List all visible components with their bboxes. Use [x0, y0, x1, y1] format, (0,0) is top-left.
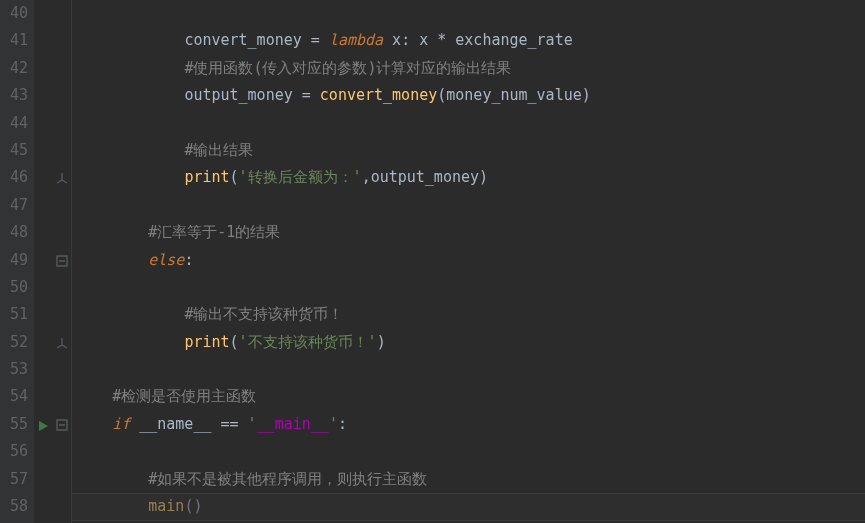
code-token: convert_money [320, 86, 437, 104]
code-line[interactable]: main() [76, 493, 865, 520]
code-line[interactable]: #输出结果 [76, 137, 865, 164]
code-token: #如果不是被其他程序调用，则执行主函数 [148, 470, 427, 488]
line-number: 55 [0, 411, 28, 438]
line-number: 41 [0, 27, 28, 54]
code-token: ' [329, 415, 338, 433]
code-editor[interactable]: 40414243444546474849505152535455565758 c… [0, 0, 865, 523]
code-token: ( [230, 333, 239, 351]
fold-end-icon[interactable] [56, 337, 68, 349]
code-token: = [311, 31, 329, 49]
code-token: #检测是否使用主函数 [112, 387, 256, 405]
line-number: 50 [0, 274, 28, 301]
fold-start-icon[interactable] [56, 419, 68, 431]
line-number: 42 [0, 55, 28, 82]
code-token: == [221, 415, 248, 433]
code-line[interactable] [76, 356, 865, 383]
code-line[interactable]: if __name__ == '__main__': [76, 411, 865, 438]
code-token: '不支持该种货币！' [239, 333, 377, 351]
line-number: 53 [0, 356, 28, 383]
code-token: , [362, 168, 371, 186]
line-number: 52 [0, 329, 28, 356]
code-line[interactable] [76, 110, 865, 137]
code-line[interactable] [76, 274, 865, 301]
line-number: 47 [0, 192, 28, 219]
code-line[interactable]: output_money = convert_money(money_num_v… [76, 82, 865, 109]
code-area[interactable]: convert_money = lambda x: x * exchange_r… [72, 0, 865, 523]
fold-end-icon[interactable] [56, 172, 68, 184]
code-token: : [184, 251, 193, 269]
line-number: 56 [0, 438, 28, 465]
code-line[interactable] [76, 438, 865, 465]
code-token: #输出不支持该种货币！ [184, 305, 343, 323]
line-number: 46 [0, 164, 28, 191]
line-number: 57 [0, 466, 28, 493]
line-number: 45 [0, 137, 28, 164]
code-token: output_money) [371, 168, 488, 186]
code-token: output_money [184, 86, 301, 104]
code-line[interactable] [76, 0, 865, 27]
fold-start-icon[interactable] [56, 255, 68, 267]
code-token: ' [248, 415, 257, 433]
code-token: : [401, 31, 419, 49]
run-marker-gutter [34, 0, 54, 523]
code-line[interactable]: else: [76, 247, 865, 274]
line-number: 58 [0, 493, 28, 520]
code-token: __main__ [257, 415, 329, 433]
code-line[interactable]: print('转换后金额为：',output_money) [76, 164, 865, 191]
code-line[interactable]: convert_money = lambda x: x * exchange_r… [76, 27, 865, 54]
code-token: main [148, 497, 184, 515]
line-number: 43 [0, 82, 28, 109]
line-number: 48 [0, 219, 28, 246]
line-number: 40 [0, 0, 28, 27]
code-token: x * exchange_rate [419, 31, 573, 49]
code-token: print [184, 168, 229, 186]
code-line[interactable] [76, 192, 865, 219]
line-number: 54 [0, 383, 28, 410]
code-token: lambda [329, 31, 392, 49]
code-token: '转换后金额为：' [239, 168, 362, 186]
code-token: (money_num_value) [437, 86, 591, 104]
code-token: convert_money [184, 31, 310, 49]
code-line[interactable]: print('不支持该种货币！') [76, 329, 865, 356]
code-line[interactable]: #汇率等于-1的结果 [76, 219, 865, 246]
line-number: 44 [0, 110, 28, 137]
code-token: ( [230, 168, 239, 186]
code-line[interactable]: #使用函数(传入对应的参数)计算对应的输出结果 [76, 55, 865, 82]
line-number: 49 [0, 247, 28, 274]
code-token: else [148, 251, 184, 269]
code-token: ) [377, 333, 386, 351]
code-token: () [184, 497, 202, 515]
code-token: #汇率等于-1的结果 [148, 223, 280, 241]
code-line[interactable]: #如果不是被其他程序调用，则执行主函数 [76, 466, 865, 493]
code-token: __name__ [139, 415, 220, 433]
code-line[interactable]: #检测是否使用主函数 [76, 383, 865, 410]
code-token: : [338, 415, 347, 433]
line-number: 51 [0, 301, 28, 328]
code-token: #输出结果 [184, 141, 253, 159]
code-token: #使用函数(传入对应的参数)计算对应的输出结果 [184, 59, 511, 77]
code-token: = [302, 86, 320, 104]
run-gutter-icon[interactable] [37, 418, 49, 436]
fold-gutter [54, 0, 72, 523]
code-token: if [112, 415, 139, 433]
code-token: print [184, 333, 229, 351]
line-number-gutter: 40414243444546474849505152535455565758 [0, 0, 34, 523]
code-token: x [392, 31, 401, 49]
code-line[interactable]: #输出不支持该种货币！ [76, 301, 865, 328]
